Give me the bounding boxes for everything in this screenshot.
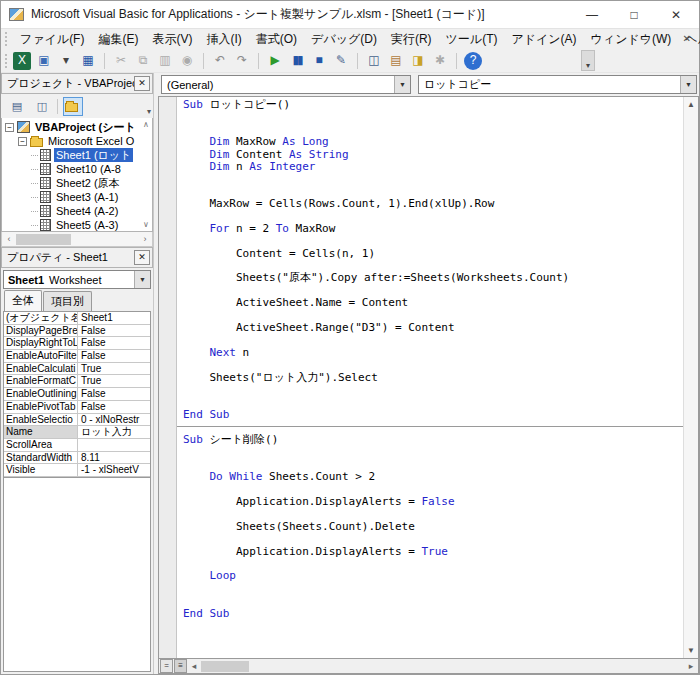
close-button[interactable]: ✕ — [655, 1, 697, 29]
code-line[interactable]: Sheets(Sheets.Count).Delete — [183, 521, 683, 533]
menu-item-8[interactable]: アドイン(A) — [504, 30, 583, 49]
hscroll-thumb[interactable] — [16, 234, 71, 245]
redo-button[interactable]: ↷ — [233, 52, 251, 70]
code-line[interactable]: Content = Cells(n, 1) — [183, 248, 683, 260]
maximize-button[interactable]: □ — [613, 1, 655, 29]
tree-item[interactable]: Sheet2 (原本 — [2, 176, 152, 190]
minimize-button[interactable]: — — [571, 1, 613, 29]
property-name[interactable]: StandardWidth — [4, 452, 78, 465]
toolbox-button[interactable]: ✱ — [431, 52, 449, 70]
object-dropdown[interactable]: (General) ▼ — [161, 75, 411, 94]
tree-item[interactable]: −VBAProject (シート — [2, 120, 152, 134]
code-line[interactable]: MaxRow = Cells(Rows.Count, 1).End(xlUp).… — [183, 198, 683, 210]
code-line[interactable] — [183, 384, 683, 396]
code-line[interactable]: For n = 2 To MaxRow — [183, 223, 683, 235]
property-name[interactable]: Visible — [4, 464, 78, 477]
menu-item-4[interactable]: 書式(O) — [249, 30, 304, 49]
code-hscrollbar[interactable]: ◂ ▸ — [187, 659, 698, 673]
menu-item-0[interactable]: ファイル(F) — [13, 30, 91, 49]
code-line[interactable] — [183, 509, 683, 521]
property-value[interactable]: True — [78, 363, 150, 376]
code-line[interactable]: Sub ロットコピー() — [183, 99, 683, 111]
menu-item-2[interactable]: 表示(V) — [145, 30, 199, 49]
reset-button[interactable]: ■ — [310, 52, 328, 70]
code-line[interactable] — [183, 558, 683, 570]
property-name[interactable]: (オブジェクト名) — [4, 312, 78, 325]
scroll-right-icon[interactable]: › — [138, 234, 152, 244]
view-object-button[interactable]: ◫ — [32, 97, 52, 116]
property-value[interactable]: Sheet1 — [78, 312, 150, 325]
property-value[interactable]: True — [78, 375, 150, 388]
scroll-left-icon[interactable]: ◂ — [187, 661, 201, 671]
property-value[interactable]: False — [78, 350, 150, 363]
code-line[interactable] — [183, 595, 683, 607]
toggle-folders-button[interactable] — [63, 97, 83, 116]
code-line[interactable] — [183, 583, 683, 595]
tree-item[interactable]: Sheet1 (ロット — [2, 148, 152, 162]
property-value[interactable]: False — [78, 388, 150, 401]
scroll-up-icon[interactable]: ∧ — [143, 120, 149, 129]
property-name[interactable]: DisplayPageBre — [4, 325, 78, 338]
property-name[interactable]: EnableSelectio — [4, 414, 78, 427]
project-toolbar-options-button[interactable]: ▾ — [147, 107, 151, 116]
code-line[interactable] — [183, 285, 683, 297]
copy-button[interactable]: ⧉ — [134, 52, 152, 70]
chevron-down-icon[interactable]: ▼ — [394, 76, 410, 93]
scroll-down-icon[interactable]: ∨ — [143, 220, 149, 229]
find-button[interactable]: ◉ — [178, 52, 196, 70]
undo-button[interactable]: ↶ — [211, 52, 229, 70]
property-name[interactable]: ScrollArea — [4, 439, 78, 452]
collapse-icon[interactable]: − — [18, 137, 27, 146]
code-vscrollbar[interactable]: ▲ ▼ — [683, 97, 698, 658]
code-line[interactable] — [183, 484, 683, 496]
code-line[interactable]: Dim MaxRow As Long — [183, 136, 683, 148]
property-value[interactable]: False — [78, 401, 150, 414]
paste-button[interactable]: ▥ — [156, 52, 174, 70]
code-line[interactable]: Application.DisplayAlerts = False — [183, 496, 683, 508]
tree-item[interactable]: Sheet3 (A-1) — [2, 190, 152, 204]
menu-item-3[interactable]: 挿入(I) — [199, 30, 248, 49]
code-line[interactable] — [183, 111, 683, 123]
procedure-view-button[interactable]: = — [160, 659, 173, 673]
menu-item-7[interactable]: ツール(T) — [439, 30, 505, 49]
property-name[interactable]: EnableCalculati — [4, 363, 78, 376]
menu-item-5[interactable]: デバッグ(D) — [304, 30, 384, 49]
insert-dropdown-button[interactable]: ▾ — [57, 52, 75, 70]
code-line[interactable] — [183, 186, 683, 198]
property-value[interactable] — [78, 439, 150, 452]
object-selector-dropdown[interactable]: Sheet1 Worksheet ▼ — [3, 270, 151, 289]
margin-indicator-bar[interactable] — [159, 97, 177, 658]
project-tree-vscrollbar[interactable]: ∧ ∨ — [140, 118, 152, 231]
code-line[interactable]: Next n — [183, 347, 683, 359]
code-line[interactable] — [183, 235, 683, 247]
code-line[interactable]: Application.DisplayAlerts = True — [183, 546, 683, 558]
break-button[interactable]: ▮▮ — [288, 52, 306, 70]
hscroll-thumb[interactable] — [201, 661, 249, 672]
full-module-view-button[interactable]: ≡ — [174, 659, 187, 673]
property-name[interactable]: EnableAutoFilte — [4, 350, 78, 363]
toolbar-grip-handle[interactable] — [5, 54, 7, 68]
insert-userform-button[interactable]: ▣ — [35, 52, 53, 70]
code-line[interactable] — [183, 459, 683, 471]
code-line[interactable] — [183, 260, 683, 272]
property-value[interactable]: -1 - xlSheetV — [78, 464, 150, 477]
chevron-down-icon[interactable]: ▼ — [134, 271, 150, 288]
collapse-icon[interactable]: − — [5, 123, 14, 132]
menubar-grip-handle[interactable] — [5, 32, 7, 46]
mdi-restore-button[interactable]: ▫ — [663, 29, 667, 49]
toolbar-options-button[interactable]: ▾ — [581, 50, 595, 71]
run-button[interactable]: ▶ — [266, 52, 284, 70]
properties-panel-close-icon[interactable]: ✕ — [134, 250, 150, 265]
property-value[interactable]: False — [78, 325, 150, 338]
code-line[interactable] — [183, 173, 683, 185]
property-name[interactable]: EnableFormatC — [4, 375, 78, 388]
property-name[interactable]: EnableOutlining — [4, 388, 78, 401]
code-line[interactable]: Dim Content As String — [183, 149, 683, 161]
design-mode-button[interactable]: ✎ — [332, 52, 350, 70]
tab-categorized[interactable]: 項目別 — [43, 291, 92, 311]
tree-item[interactable]: Sheet4 (A-2) — [2, 204, 152, 218]
view-code-button[interactable]: ▤ — [7, 97, 27, 116]
chevron-down-icon[interactable]: ▼ — [680, 76, 696, 93]
help-button[interactable]: ? — [464, 52, 482, 70]
property-value[interactable]: 0 - xlNoRestr — [78, 414, 150, 427]
